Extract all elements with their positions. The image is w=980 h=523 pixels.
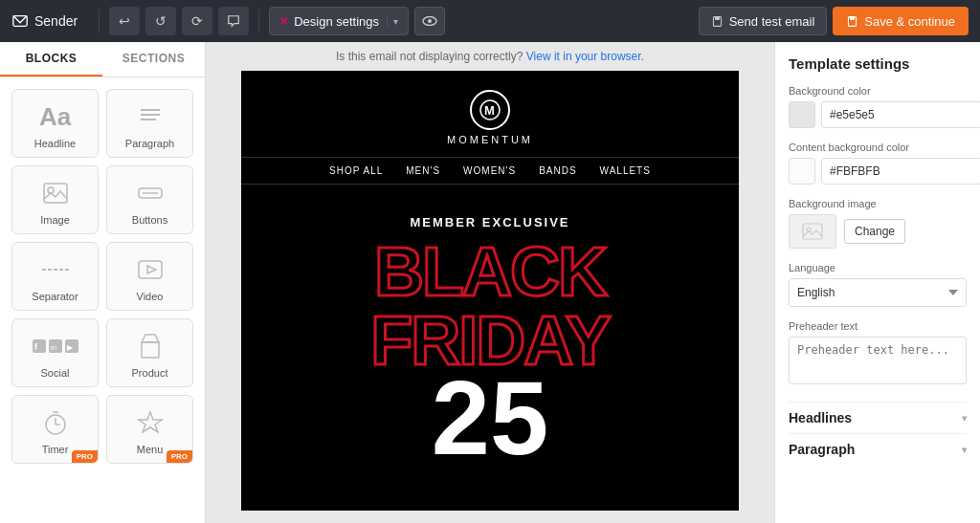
email-preview: M MOMENTUM SHOP ALL MEN'S WOMEN'S BANDS … [241, 71, 739, 511]
block-headline[interactable]: Aa Headline [11, 89, 99, 158]
nav-wallets[interactable]: WALLETS [600, 165, 651, 176]
email-subheading: MEMBER EXCLUSIVE [270, 215, 710, 229]
nav-womens[interactable]: WOMEN'S [463, 165, 516, 176]
block-product[interactable]: Product [106, 318, 193, 387]
block-menu[interactable]: Menu PRO [106, 395, 193, 464]
bg-image-row: Change [789, 214, 967, 249]
block-image[interactable]: Image [11, 165, 99, 234]
toolbar: Sender ↩ ↺ ⟳ ✕ Design settings ▾ Send te… [0, 0, 980, 42]
svg-marker-28 [139, 412, 162, 432]
email-header: M MOMENTUM SHOP ALL MEN'S WOMEN'S BANDS … [241, 71, 739, 196]
bg-color-swatch[interactable] [789, 101, 815, 128]
content-bg-color-input[interactable] [821, 158, 980, 185]
logo-text: Sender [34, 13, 78, 29]
svg-rect-31 [803, 224, 822, 239]
canvas-notice-link[interactable]: View it in your browser. [526, 50, 644, 63]
svg-rect-23 [142, 342, 159, 358]
tab-sections[interactable]: SECTIONS [102, 42, 205, 76]
design-settings-button[interactable]: ✕ Design settings ▾ [269, 7, 409, 35]
language-select[interactable]: English Spanish French German [789, 278, 967, 307]
design-settings-x-icon: ✕ [279, 15, 288, 28]
email-nav: SHOP ALL MEN'S WOMEN'S BANDS WALLETS [241, 157, 739, 185]
blocks-grid: Aa Headline Paragraph Image [0, 77, 205, 475]
block-paragraph[interactable]: Paragraph [106, 89, 193, 158]
block-menu-label: Menu [137, 444, 164, 455]
bg-color-field: Background color [789, 85, 967, 128]
block-video[interactable]: Video [106, 242, 193, 311]
preheader-input[interactable] [789, 337, 967, 384]
template-settings-title: Template settings [789, 55, 967, 72]
headlines-label: Headlines [789, 410, 852, 425]
paragraph-section[interactable]: Paragraph ▾ [789, 433, 967, 457]
block-buttons[interactable]: Buttons [106, 165, 193, 234]
save-continue-button[interactable]: Save & continue [833, 7, 969, 35]
svg-text:▶: ▶ [66, 343, 73, 352]
nav-shop-all[interactable]: SHOP ALL [329, 165, 383, 176]
block-product-label: Product [132, 367, 168, 379]
block-video-label: Video [137, 291, 164, 302]
content-bg-color-row [789, 158, 967, 185]
block-headline-label: Headline [34, 138, 76, 149]
image-icon [42, 178, 69, 208]
canvas-notice: Is this email not displaying correctly? … [336, 50, 644, 63]
email-brand-name: MOMENTUM [447, 134, 533, 145]
content-bg-color-swatch[interactable] [789, 158, 815, 185]
headlines-chevron-icon: ▾ [962, 413, 967, 424]
design-settings-chevron-icon: ▾ [387, 16, 398, 27]
bg-color-row [789, 101, 967, 128]
svg-point-2 [428, 19, 432, 23]
product-icon [138, 331, 163, 361]
bg-image-field: Background image Change [789, 198, 967, 249]
main-layout: BLOCKS SECTIONS Aa Headline Paragraph [0, 42, 980, 523]
block-image-label: Image [40, 214, 70, 226]
paragraph-label: Paragraph [789, 442, 855, 457]
save-continue-icon [846, 15, 858, 28]
preview-button[interactable] [414, 7, 445, 35]
block-paragraph-label: Paragraph [125, 138, 174, 149]
history-button[interactable]: ⟳ [182, 7, 212, 35]
bg-color-input[interactable] [821, 101, 980, 128]
redo-button[interactable]: ↺ [145, 7, 176, 35]
preheader-field: Preheader text [789, 320, 967, 388]
comment-button[interactable] [218, 7, 249, 35]
menu-icon [137, 407, 164, 438]
nav-mens[interactable]: MEN'S [406, 165, 440, 176]
sidebar-tabs: BLOCKS SECTIONS [0, 42, 205, 77]
toolbar-divider-1 [99, 10, 100, 33]
block-timer[interactable]: Timer PRO [11, 395, 99, 464]
app-logo: Sender [11, 12, 78, 30]
email-big-line1: BLACK [270, 237, 710, 306]
social-icon: f in ▶ [33, 331, 78, 361]
separator-icon [40, 254, 71, 285]
language-field: Language English Spanish French German [789, 262, 967, 307]
send-test-button[interactable]: Send test email [699, 7, 828, 35]
bg-image-placeholder-icon [802, 223, 823, 240]
timer-icon [43, 407, 68, 438]
right-panel: Template settings Background color Conte… [774, 42, 980, 523]
left-sidebar: BLOCKS SECTIONS Aa Headline Paragraph [0, 42, 206, 523]
block-buttons-label: Buttons [132, 214, 167, 226]
logo-circle: M [470, 90, 510, 130]
block-menu-pro-badge: PRO [167, 450, 192, 463]
tab-blocks[interactable]: BLOCKS [0, 42, 102, 76]
email-body: MEMBER EXCLUSIVE BLACK FRIDAY 25 [241, 196, 739, 470]
block-separator[interactable]: Separator [11, 242, 99, 311]
svg-marker-16 [147, 266, 156, 273]
email-logo: M MOMENTUM [447, 90, 533, 145]
send-test-label: Send test email [729, 14, 815, 29]
comment-icon [227, 14, 240, 28]
change-bg-image-button[interactable]: Change [844, 219, 905, 244]
block-timer-pro-badge: PRO [72, 450, 98, 463]
headline-icon: Aa [39, 101, 71, 132]
headlines-section[interactable]: Headlines ▾ [789, 402, 967, 425]
logo-icon [11, 12, 29, 30]
bg-image-thumbnail [789, 214, 836, 249]
block-social[interactable]: f in ▶ Social [11, 318, 99, 387]
canvas-area: Is this email not displaying correctly? … [206, 42, 774, 523]
undo-button[interactable]: ↩ [109, 7, 140, 35]
svg-rect-15 [139, 261, 162, 278]
video-icon [137, 254, 164, 285]
eye-icon [422, 16, 437, 26]
block-social-label: Social [41, 367, 70, 379]
nav-bands[interactable]: BANDS [539, 165, 576, 176]
